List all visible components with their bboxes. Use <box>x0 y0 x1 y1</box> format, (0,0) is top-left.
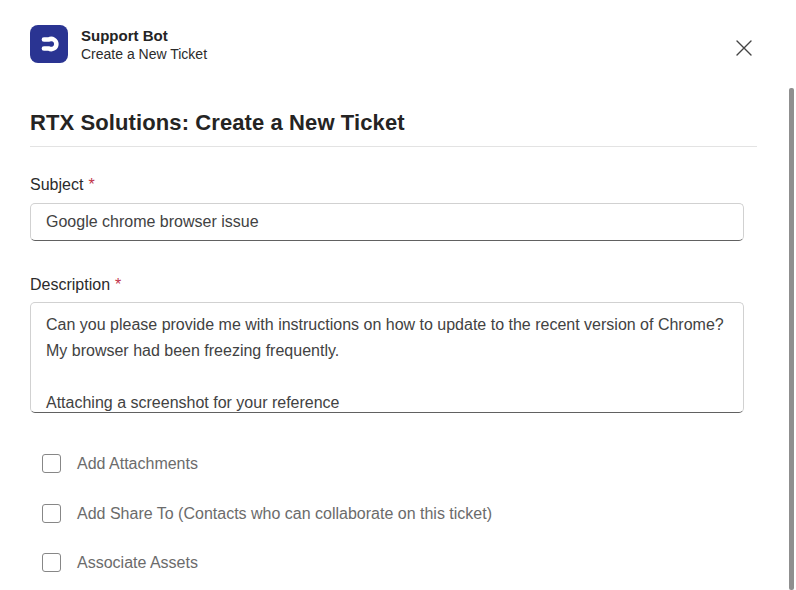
associate-assets-checkbox[interactable] <box>42 553 61 572</box>
vertical-scrollbar-thumb[interactable] <box>789 88 794 590</box>
associate-assets-row[interactable]: Associate Assets <box>42 553 198 572</box>
subject-label-text: Subject <box>30 176 83 193</box>
description-label: Description* <box>30 276 121 294</box>
close-button[interactable] <box>729 34 759 64</box>
required-asterisk: * <box>115 276 121 293</box>
page-title: RTX Solutions: Create a New Ticket <box>30 110 405 136</box>
add-share-to-checkbox[interactable] <box>42 504 61 523</box>
subject-label: Subject* <box>30 176 95 194</box>
close-icon <box>733 37 755 59</box>
add-attachments-checkbox[interactable] <box>42 454 61 473</box>
description-textarea[interactable]: Can you please provide me with instructi… <box>30 302 744 413</box>
add-attachments-row[interactable]: Add Attachments <box>42 454 198 473</box>
subject-input[interactable] <box>30 203 744 241</box>
add-share-to-row[interactable]: Add Share To (Contacts who can collabora… <box>42 504 492 523</box>
divider <box>30 146 757 147</box>
required-asterisk: * <box>88 176 94 193</box>
support-bot-logo-icon <box>30 25 68 63</box>
app-subtitle: Create a New Ticket <box>81 45 207 63</box>
add-attachments-label: Add Attachments <box>77 455 198 473</box>
dialog-header: Support Bot Create a New Ticket <box>30 25 207 63</box>
header-titles: Support Bot Create a New Ticket <box>81 26 207 63</box>
add-share-to-label: Add Share To (Contacts who can collabora… <box>77 505 492 523</box>
app-name: Support Bot <box>81 26 207 45</box>
description-label-text: Description <box>30 276 110 293</box>
associate-assets-label: Associate Assets <box>77 554 198 572</box>
